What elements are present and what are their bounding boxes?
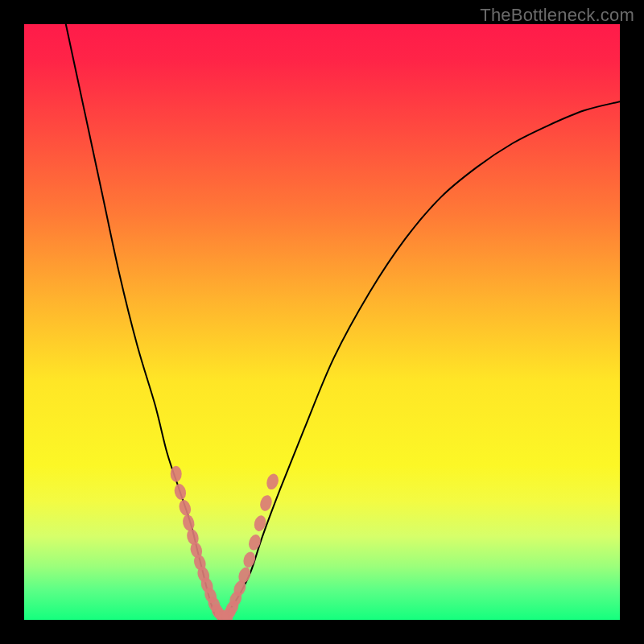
highlight-marker (173, 483, 188, 502)
bottleneck-curve (66, 24, 620, 620)
highlight-marker (181, 514, 196, 532)
highlight-marker (177, 498, 192, 517)
chart-frame (24, 24, 620, 620)
highlight-markers (171, 466, 280, 620)
watermark-text: TheBottleneck.com (480, 5, 634, 26)
highlight-marker (258, 493, 274, 512)
highlight-marker (247, 533, 262, 551)
highlight-marker (265, 473, 280, 491)
chart-plot (24, 24, 620, 620)
highlight-marker (242, 551, 257, 569)
bottleneck-curve-path (66, 24, 620, 620)
highlight-marker (171, 466, 182, 482)
